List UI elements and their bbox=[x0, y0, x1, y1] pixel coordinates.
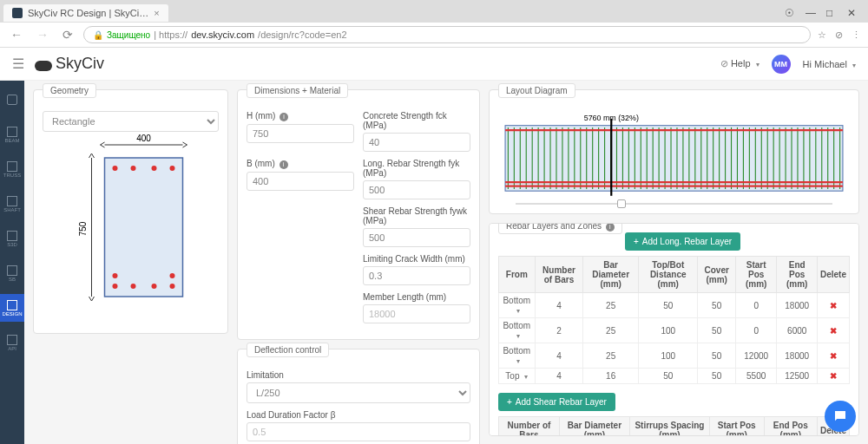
delete-icon[interactable]: ✖ bbox=[830, 326, 837, 336]
layout-panel: Layout Diagram 5760 mm (32%) bbox=[489, 89, 859, 214]
sidebar: BEAM TRUSS SHAFT S3D SB DESIGN API bbox=[0, 81, 24, 444]
geometry-panel: Geometry Rectangle 400 750 bbox=[33, 89, 228, 334]
layout-diagram: 5760 mm (32%) bbox=[498, 111, 850, 198]
user-greeting[interactable]: Hi Michael ▾ bbox=[803, 59, 856, 69]
table-header: Top/Bot Distance (mm) bbox=[638, 257, 697, 293]
table-header: Bar Diameter (mm) bbox=[559, 417, 629, 437]
sidebar-item-api[interactable]: API bbox=[0, 329, 24, 356]
layout-title: Layout Diagram bbox=[498, 83, 575, 98]
from-cell[interactable]: Top ▾ bbox=[499, 369, 536, 384]
brand-name: SkyCiv bbox=[56, 55, 104, 73]
h-input[interactable] bbox=[247, 124, 354, 143]
svg-point-6 bbox=[131, 166, 136, 171]
dimensions-title: Dimensions + Material bbox=[247, 83, 348, 98]
add-shear-rebar-button[interactable]: + Add Shear Rebar Layer bbox=[498, 393, 615, 411]
favicon-icon bbox=[12, 8, 23, 18]
svg-point-7 bbox=[152, 166, 157, 171]
b-input[interactable] bbox=[247, 172, 354, 191]
back-icon[interactable]: ← bbox=[7, 28, 26, 42]
h-label: H (mm) i bbox=[247, 111, 354, 121]
star-icon[interactable]: ☆ bbox=[818, 29, 826, 41]
chat-fab[interactable] bbox=[825, 401, 856, 432]
layout-slider[interactable] bbox=[498, 203, 850, 205]
fck-input[interactable] bbox=[363, 133, 470, 152]
logo-cloud-icon bbox=[35, 56, 52, 73]
shape-select[interactable]: Rectangle bbox=[43, 111, 219, 132]
table-header: End Pos (mm) bbox=[764, 417, 817, 437]
from-cell[interactable]: Bottom ▾ bbox=[499, 318, 536, 343]
sidebar-item-sb[interactable]: SB bbox=[0, 259, 24, 287]
table-header: Start Pos (mm) bbox=[735, 257, 777, 293]
table-header: Bar Diameter (mm) bbox=[583, 257, 639, 293]
table-header: From bbox=[499, 257, 536, 293]
fywk-label: Shear Rebar Strength fywk (MPa) bbox=[363, 206, 470, 225]
svg-point-12 bbox=[170, 284, 175, 289]
svg-point-13 bbox=[113, 273, 118, 278]
add-long-rebar-button[interactable]: + Add Long. Rebar Layer bbox=[625, 232, 740, 251]
browser-tab-bar: SkyCiv RC Design | SkyCi… × ☉ — □ ✕ bbox=[0, 0, 868, 23]
long-rebar-table: FromNumber of BarsBar Diameter (mm)Top/B… bbox=[498, 256, 850, 384]
geometry-diagram: 400 750 bbox=[43, 132, 219, 323]
factor-input[interactable] bbox=[247, 422, 470, 441]
table-header: Delete bbox=[817, 257, 849, 293]
tab-close-icon[interactable]: × bbox=[154, 8, 159, 18]
rebar-panel: Rebar Layers and Zones i + Add Long. Reb… bbox=[489, 223, 859, 436]
address-bar[interactable]: 🔒 Защищено | https://dev.skyciv.com/desi… bbox=[83, 26, 811, 43]
svg-point-5 bbox=[113, 166, 118, 171]
menu-icon[interactable]: ⋮ bbox=[852, 29, 861, 41]
svg-text:750: 750 bbox=[78, 221, 88, 236]
table-header: Cover (mm) bbox=[698, 257, 735, 293]
sidebar-item-s3d[interactable]: S3D bbox=[0, 225, 24, 252]
dimensions-panel: Dimensions + Material H (mm) i Concrete … bbox=[237, 89, 480, 340]
secure-label: Защищено bbox=[107, 30, 150, 40]
crack-input[interactable] bbox=[363, 266, 470, 285]
table-header: Number of Bars bbox=[499, 417, 560, 437]
info-icon: i bbox=[606, 223, 615, 232]
fyk-input[interactable] bbox=[363, 180, 470, 199]
close-icon[interactable]: ✕ bbox=[847, 7, 856, 16]
length-input[interactable] bbox=[363, 304, 470, 323]
sidebar-item-truss[interactable]: TRUSS bbox=[0, 155, 24, 183]
avatar[interactable]: MM bbox=[772, 55, 791, 74]
plus-icon: + bbox=[634, 237, 639, 246]
hamburger-icon[interactable]: ☰ bbox=[12, 56, 24, 72]
plus-icon: + bbox=[507, 397, 512, 407]
reload-icon[interactable]: ⟳ bbox=[59, 28, 76, 42]
sidebar-item-beam[interactable]: BEAM bbox=[0, 121, 24, 148]
delete-icon[interactable]: ✖ bbox=[830, 351, 837, 361]
browser-tab[interactable]: SkyCiv RC Design | SkyCi… × bbox=[3, 4, 168, 22]
lock-icon: 🔒 bbox=[93, 30, 103, 40]
svg-text:400: 400 bbox=[136, 134, 151, 143]
svg-point-14 bbox=[170, 273, 175, 278]
minimize-icon[interactable]: — bbox=[806, 7, 814, 16]
fyk-label: Long. Rebar Strength fyk (MPa) bbox=[363, 159, 470, 178]
svg-point-8 bbox=[170, 166, 175, 171]
table-row: Bottom ▾2251005006000✖ bbox=[499, 318, 850, 343]
table-header: End Pos (mm) bbox=[777, 257, 817, 293]
info-icon: i bbox=[279, 160, 288, 169]
from-cell[interactable]: Bottom ▾ bbox=[499, 293, 536, 318]
shield-icon[interactable]: ⊘ bbox=[835, 29, 843, 41]
delete-icon[interactable]: ✖ bbox=[830, 371, 837, 381]
svg-point-9 bbox=[113, 284, 118, 289]
sidebar-item-home[interactable] bbox=[0, 86, 24, 114]
table-row: Bottom ▾4255050018000✖ bbox=[499, 293, 850, 318]
geometry-title: Geometry bbox=[43, 83, 96, 98]
sidebar-item-shaft[interactable]: SHAFT bbox=[0, 190, 24, 218]
b-label: B (mm) i bbox=[247, 159, 354, 169]
delete-icon[interactable]: ✖ bbox=[830, 301, 837, 310]
svg-point-11 bbox=[152, 284, 157, 289]
forward-icon[interactable]: → bbox=[33, 28, 52, 42]
fywk-input[interactable] bbox=[363, 228, 470, 247]
maximize-icon[interactable]: □ bbox=[826, 7, 835, 16]
user-icon[interactable]: ☉ bbox=[785, 7, 793, 16]
from-cell[interactable]: Bottom ▾ bbox=[499, 343, 536, 369]
window-controls: ☉ — □ ✕ bbox=[785, 7, 865, 16]
limitation-select[interactable]: L/250 bbox=[247, 382, 470, 403]
help-link[interactable]: ⊘ Help ▾ bbox=[720, 58, 760, 69]
sidebar-item-design[interactable]: DESIGN bbox=[0, 294, 24, 322]
logo[interactable]: SkyCiv bbox=[35, 55, 104, 73]
fck-label: Concrete Strength fck (MPa) bbox=[363, 111, 470, 130]
length-label: Member Length (mm) bbox=[363, 292, 470, 302]
svg-point-10 bbox=[131, 284, 136, 289]
